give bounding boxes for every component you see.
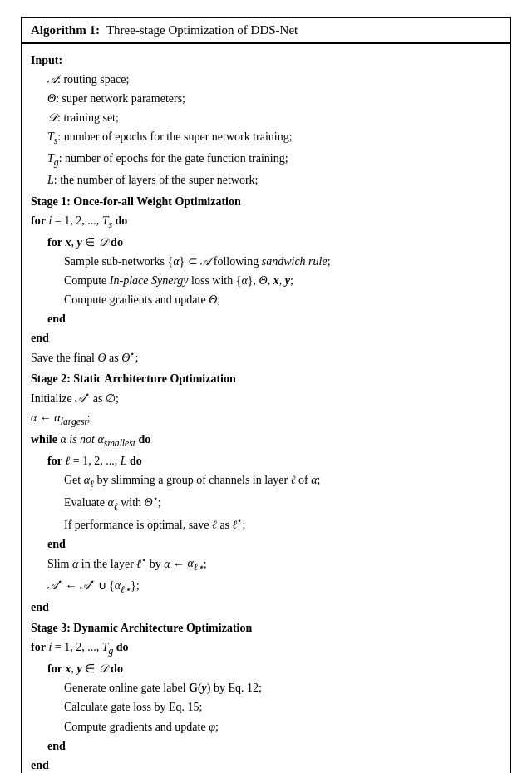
stage2-end2: end [31,598,501,617]
stage3-calculate: Calculate gate loss by Eq. 15; [31,697,501,716]
stage3-compute: Compute gradients and update φ; [31,717,501,736]
stage1-end1: end [31,309,501,328]
stage1-sample: Sample sub-networks {α} ⊂ 𝒜 following sa… [31,252,501,271]
stage2-end1: end [31,534,501,554]
input-label: Input: [31,51,501,70]
stage1-end2: end [31,328,501,347]
stage3-for1: for i = 1, 2, ..., Tg do [31,638,501,659]
stage3-heading: Stage 3: Dynamic Architecture Optimizati… [31,618,501,638]
stage2-evaluate: Evaluate αℓ with Θ⋆; [31,492,501,515]
stage2-for: for ℓ = 1, 2, ..., L do [31,451,501,470]
algorithm-box: Algorithm 1: Three-stage Optimization of… [21,17,511,773]
algorithm-number: Algorithm 1: [31,23,100,37]
algorithm-header: Algorithm 1: Three-stage Optimization of… [22,18,510,44]
stage2-if-optimal: If performance is optimal, save ℓ as ℓ⋆; [31,515,501,534]
input-L: L: the number of layers of the super net… [31,170,501,190]
stage1-compute-ips: Compute In-place Synergy loss with {α}, … [31,271,501,290]
stage1-for2: for x, y ∈ 𝒟 do [31,233,501,252]
algorithm-body: Input: 𝒜: routing space; Θ: super networ… [22,44,510,773]
stage1-save: Save the final Θ as Θ⋆; [31,347,501,367]
input-Theta: Θ: super network parameters; [31,89,501,108]
stage3-for2: for x, y ∈ 𝒟 do [31,659,501,678]
stage3-generate: Generate online gate label G(y) by Eq. 1… [31,678,501,697]
stage2-heading: Stage 2: Static Architecture Optimizatio… [31,369,501,388]
stage3-end2: end [31,756,501,773]
stage1-compute-grad: Compute gradients and update Θ; [31,290,501,309]
stage3-end1: end [31,736,501,756]
input-Ts: Ts: number of epochs for the super netwo… [31,127,501,149]
stage2-while: while α is not αsmallest do [31,430,501,451]
input-Tg: Tg: number of epochs for the gate functi… [31,149,501,170]
stage2-get-alpha: Get αℓ by slimming a group of channels i… [31,470,501,492]
stage1-for1: for i = 1, 2, ..., Ts do [31,211,501,233]
input-A: 𝒜: routing space; [31,70,501,89]
stage2-slim: Slim α in the layer ℓ⋆ by α ← αℓ⋆; [31,554,501,576]
stage2-update-A: 𝒜⋆ ← 𝒜⋆ ∪ {αℓ⋆}; [31,575,501,598]
input-D: 𝒟: training set; [31,108,501,127]
stage2-init: Initialize 𝒜⋆ as ∅; [31,388,501,408]
stage2-alpha-assign: α ← αlargest; [31,408,501,430]
stage1-heading: Stage 1: Once-for-all Weight Optimizatio… [31,192,501,211]
algorithm-title: Three-stage Optimization of DDS-Net [106,23,298,37]
